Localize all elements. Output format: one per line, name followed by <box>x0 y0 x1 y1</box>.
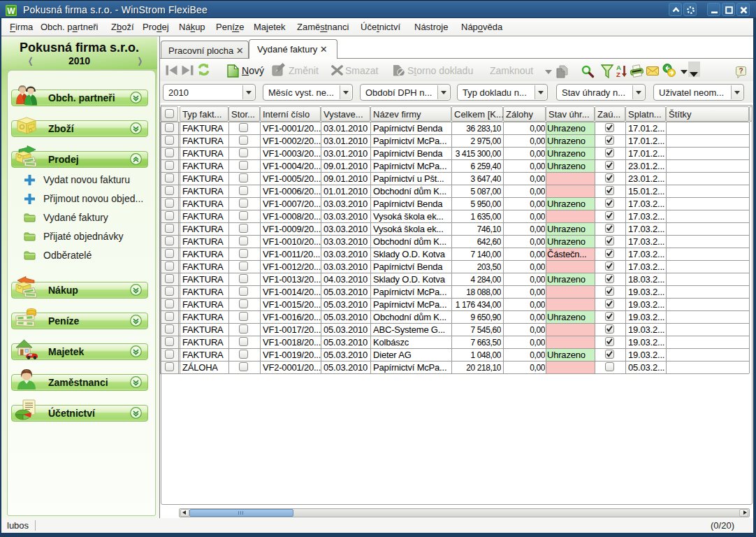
svg-text:?: ? <box>739 67 743 75</box>
svg-text:W: W <box>7 6 15 16</box>
svg-text:Z: Z <box>616 71 620 78</box>
